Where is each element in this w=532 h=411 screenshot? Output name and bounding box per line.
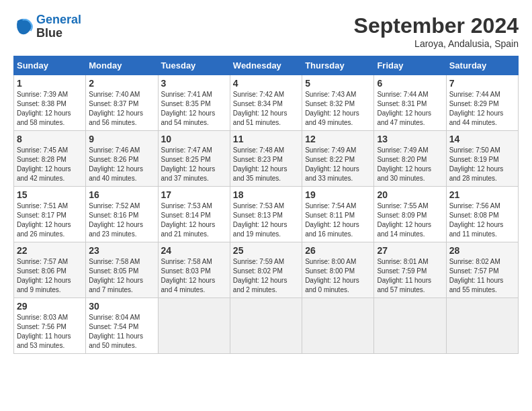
day-info: Sunrise: 7:40 AM Sunset: 8:37 PM Dayligh… (89, 90, 154, 128)
day-number: 3 (161, 78, 227, 89)
day-number: 4 (233, 78, 299, 89)
day-info: Sunrise: 7:54 AM Sunset: 8:11 PM Dayligh… (305, 201, 371, 239)
day-number: 12 (305, 134, 371, 144)
day-info: Sunrise: 7:44 AM Sunset: 8:29 PM Dayligh… (449, 90, 515, 128)
day-info: Sunrise: 7:42 AM Sunset: 8:34 PM Dayligh… (233, 90, 299, 128)
day-info: Sunrise: 8:02 AM Sunset: 7:57 PM Dayligh… (449, 257, 515, 295)
day-info: Sunrise: 8:00 AM Sunset: 8:00 PM Dayligh… (305, 257, 371, 295)
header-thursday: Thursday (302, 56, 374, 75)
logo-text: General Blue (36, 13, 81, 40)
calendar-cell: 3Sunrise: 7:41 AM Sunset: 8:35 PM Daylig… (158, 75, 230, 131)
calendar-cell: 10Sunrise: 7:47 AM Sunset: 8:25 PM Dayli… (158, 131, 230, 187)
calendar-cell (446, 298, 518, 354)
day-number: 17 (161, 189, 227, 200)
day-info: Sunrise: 7:58 AM Sunset: 8:05 PM Dayligh… (89, 257, 154, 295)
calendar-cell: 14Sunrise: 7:50 AM Sunset: 8:19 PM Dayli… (446, 131, 518, 187)
calendar-cell: 18Sunrise: 7:53 AM Sunset: 8:13 PM Dayli… (230, 187, 302, 242)
calendar-cell (158, 298, 230, 354)
day-number: 27 (377, 245, 443, 256)
calendar-row-5: 29Sunrise: 8:03 AM Sunset: 7:56 PM Dayli… (14, 298, 519, 354)
calendar-row-1: 1Sunrise: 7:39 AM Sunset: 8:38 PM Daylig… (14, 75, 519, 131)
day-number: 7 (449, 78, 515, 89)
day-info: Sunrise: 8:03 AM Sunset: 7:56 PM Dayligh… (17, 313, 83, 351)
day-info: Sunrise: 7:46 AM Sunset: 8:26 PM Dayligh… (89, 146, 154, 183)
day-number: 9 (89, 134, 154, 144)
calendar-cell: 20Sunrise: 7:55 AM Sunset: 8:09 PM Dayli… (374, 187, 446, 242)
header-wednesday: Wednesday (230, 56, 302, 75)
calendar-cell: 5Sunrise: 7:43 AM Sunset: 8:32 PM Daylig… (302, 75, 374, 131)
day-info: Sunrise: 7:39 AM Sunset: 8:38 PM Dayligh… (17, 90, 83, 128)
logo-icon (13, 17, 34, 37)
day-info: Sunrise: 7:50 AM Sunset: 8:19 PM Dayligh… (449, 146, 515, 183)
calendar-cell: 26Sunrise: 8:00 AM Sunset: 8:00 PM Dayli… (302, 242, 374, 298)
page-title: September 2024 (354, 13, 519, 38)
header-saturday: Saturday (446, 56, 518, 75)
day-number: 18 (233, 189, 299, 200)
day-info: Sunrise: 7:58 AM Sunset: 8:03 PM Dayligh… (161, 257, 227, 295)
header-sunday: Sunday (14, 56, 86, 75)
calendar-cell: 27Sunrise: 8:01 AM Sunset: 7:59 PM Dayli… (374, 242, 446, 298)
day-info: Sunrise: 7:43 AM Sunset: 8:32 PM Dayligh… (305, 90, 371, 128)
day-number: 21 (449, 189, 515, 200)
calendar-cell: 7Sunrise: 7:44 AM Sunset: 8:29 PM Daylig… (446, 75, 518, 131)
day-number: 16 (89, 189, 154, 200)
calendar-cell: 4Sunrise: 7:42 AM Sunset: 8:34 PM Daylig… (230, 75, 302, 131)
day-number: 15 (17, 189, 83, 200)
day-number: 5 (305, 78, 371, 89)
day-number: 2 (89, 78, 154, 89)
calendar-cell: 29Sunrise: 8:03 AM Sunset: 7:56 PM Dayli… (14, 298, 86, 354)
day-info: Sunrise: 7:44 AM Sunset: 8:31 PM Dayligh… (377, 90, 443, 128)
day-info: Sunrise: 7:51 AM Sunset: 8:17 PM Dayligh… (17, 201, 83, 239)
calendar-cell (374, 298, 446, 354)
logo-line2: Blue (36, 26, 62, 40)
page-header: General Blue September 2024 Laroya, Anda… (13, 13, 519, 49)
day-info: Sunrise: 7:52 AM Sunset: 8:16 PM Dayligh… (89, 201, 154, 239)
calendar-cell: 13Sunrise: 7:49 AM Sunset: 8:20 PM Dayli… (374, 131, 446, 187)
day-number: 28 (449, 245, 515, 256)
calendar-cell: 2Sunrise: 7:40 AM Sunset: 8:37 PM Daylig… (86, 75, 158, 131)
day-number: 22 (17, 245, 83, 256)
day-info: Sunrise: 7:53 AM Sunset: 8:13 PM Dayligh… (233, 201, 299, 239)
calendar-cell: 22Sunrise: 7:57 AM Sunset: 8:06 PM Dayli… (14, 242, 86, 298)
day-info: Sunrise: 7:48 AM Sunset: 8:23 PM Dayligh… (233, 146, 299, 183)
day-number: 6 (377, 78, 443, 89)
day-info: Sunrise: 8:01 AM Sunset: 7:59 PM Dayligh… (377, 257, 443, 295)
title-block: September 2024 Laroya, Andalusia, Spain (354, 13, 519, 49)
day-number: 30 (89, 301, 154, 312)
header-tuesday: Tuesday (158, 56, 230, 75)
day-number: 20 (377, 189, 443, 200)
header-friday: Friday (374, 56, 446, 75)
calendar-row-4: 22Sunrise: 7:57 AM Sunset: 8:06 PM Dayli… (14, 242, 519, 298)
calendar-cell: 21Sunrise: 7:56 AM Sunset: 8:08 PM Dayli… (446, 187, 518, 242)
day-number: 10 (161, 134, 227, 144)
day-info: Sunrise: 7:55 AM Sunset: 8:09 PM Dayligh… (377, 201, 443, 239)
calendar-row-3: 15Sunrise: 7:51 AM Sunset: 8:17 PM Dayli… (14, 187, 519, 242)
day-number: 13 (377, 134, 443, 144)
calendar-cell: 30Sunrise: 8:04 AM Sunset: 7:54 PM Dayli… (86, 298, 158, 354)
day-info: Sunrise: 7:59 AM Sunset: 8:02 PM Dayligh… (233, 257, 299, 295)
page-subtitle: Laroya, Andalusia, Spain (354, 38, 519, 49)
day-info: Sunrise: 7:56 AM Sunset: 8:08 PM Dayligh… (449, 201, 515, 239)
calendar-cell: 11Sunrise: 7:48 AM Sunset: 8:23 PM Dayli… (230, 131, 302, 187)
day-info: Sunrise: 7:57 AM Sunset: 8:06 PM Dayligh… (17, 257, 83, 295)
day-info: Sunrise: 7:53 AM Sunset: 8:14 PM Dayligh… (161, 201, 227, 239)
header-monday: Monday (86, 56, 158, 75)
day-info: Sunrise: 7:49 AM Sunset: 8:20 PM Dayligh… (377, 146, 443, 183)
day-number: 25 (233, 245, 299, 256)
logo-line1: General (36, 13, 81, 26)
calendar-cell: 16Sunrise: 7:52 AM Sunset: 8:16 PM Dayli… (86, 187, 158, 242)
day-number: 26 (305, 245, 371, 256)
calendar-cell (302, 298, 374, 354)
calendar-cell: 17Sunrise: 7:53 AM Sunset: 8:14 PM Dayli… (158, 187, 230, 242)
day-info: Sunrise: 8:04 AM Sunset: 7:54 PM Dayligh… (89, 313, 154, 351)
calendar-cell: 1Sunrise: 7:39 AM Sunset: 8:38 PM Daylig… (14, 75, 86, 131)
day-number: 24 (161, 245, 227, 256)
day-info: Sunrise: 7:41 AM Sunset: 8:35 PM Dayligh… (161, 90, 227, 128)
calendar-cell: 28Sunrise: 8:02 AM Sunset: 7:57 PM Dayli… (446, 242, 518, 298)
calendar-table: SundayMondayTuesdayWednesdayThursdayFrid… (13, 56, 519, 354)
calendar-cell: 23Sunrise: 7:58 AM Sunset: 8:05 PM Dayli… (86, 242, 158, 298)
calendar-cell (230, 298, 302, 354)
day-number: 19 (305, 189, 371, 200)
calendar-cell: 6Sunrise: 7:44 AM Sunset: 8:31 PM Daylig… (374, 75, 446, 131)
header-row: SundayMondayTuesdayWednesdayThursdayFrid… (14, 56, 519, 75)
